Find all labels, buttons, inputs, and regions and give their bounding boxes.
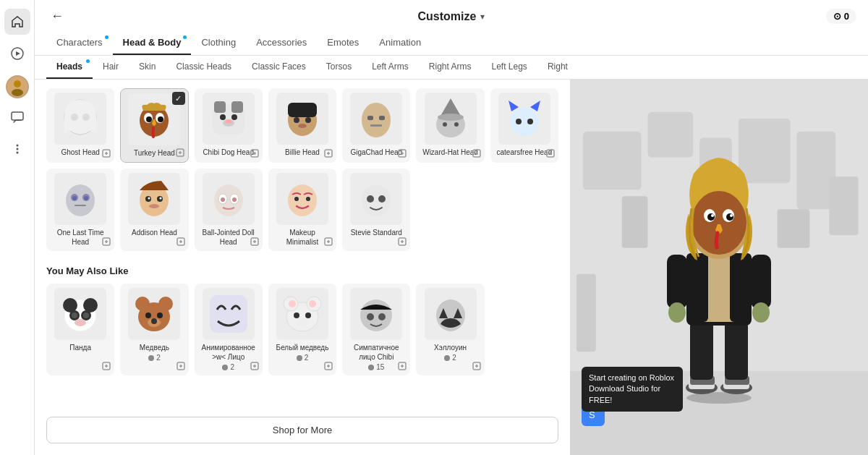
svg-rect-55 <box>75 205 86 206</box>
suggested-item-animated-face[interactable]: Анимированное >w< Лицо2 <box>195 284 263 375</box>
svg-point-102 <box>294 312 299 318</box>
nav-tab-animation[interactable]: Animation <box>369 31 431 55</box>
svg-rect-95 <box>210 295 247 333</box>
sub-tab-right[interactable]: Right <box>537 56 578 79</box>
nav-tab-clothing[interactable]: Clothing <box>191 31 246 55</box>
head-item-billie-head[interactable]: Billie Head <box>268 88 336 163</box>
price-value-chibi-face: 15 <box>376 363 384 371</box>
nav-tab-characters[interactable]: Characters <box>46 31 113 55</box>
suggested-item-medved[interactable]: Медведь2 <box>120 284 188 375</box>
svg-point-33 <box>362 103 391 137</box>
back-button[interactable]: ← <box>46 7 68 25</box>
head-img-chibi-dog-head <box>203 93 255 145</box>
svg-point-50 <box>66 184 95 216</box>
nav-tab-accessories[interactable]: Accessories <box>246 31 317 55</box>
head-item-stevie-standard[interactable]: Stevie Standard <box>342 169 410 251</box>
sub-tab-skin[interactable]: Skin <box>129 56 166 79</box>
svg-point-103 <box>305 312 311 318</box>
sidebar-item-home[interactable] <box>4 9 30 35</box>
suggested-expand-icon-panda <box>101 361 111 373</box>
sub-tab-torsos[interactable]: Torsos <box>316 56 362 79</box>
svg-point-41 <box>443 122 447 127</box>
head-label-wizard-hat-head: Wizard-Hat Head <box>422 148 478 157</box>
svg-point-150 <box>730 214 733 217</box>
head-label-turkey-head: Turkey Head <box>134 148 175 158</box>
price-value-white-bear: 2 <box>305 354 309 362</box>
suggested-price-halloween: 2 <box>444 354 456 362</box>
sub-tab-heads[interactable]: Heads <box>46 56 93 79</box>
suggested-expand-icon-medved <box>176 361 186 373</box>
sub-tab-classic-faces[interactable]: Classic Faces <box>242 56 316 79</box>
suggested-img-halloween <box>425 288 477 340</box>
suggested-img-white-bear <box>276 288 328 340</box>
sub-tab-left-legs[interactable]: Left Legs <box>482 56 537 79</box>
head-item-turkey-head[interactable]: ✓Turkey Head <box>120 88 188 163</box>
head-item-one-last-time-head[interactable]: One Last Time Head <box>46 169 114 251</box>
nav-tab-head-body[interactable]: Head & Body <box>113 31 192 55</box>
head-item-gigachad-head[interactable]: GigaChad Head <box>342 88 410 163</box>
nav-tabs: CharactersHead & BodyClothingAccessories… <box>46 31 856 55</box>
head-item-addison-head[interactable]: Addison Head <box>120 169 188 251</box>
sidebar-item-chat[interactable] <box>4 104 30 130</box>
head-label-catearsfree-head: catearsfree Head <box>496 148 552 157</box>
svg-rect-138 <box>667 255 687 309</box>
suggested-expand-icon-halloween <box>472 361 482 373</box>
svg-point-60 <box>148 197 150 200</box>
suggested-img-medved <box>128 288 180 340</box>
head-item-ghost-head[interactable]: Ghost Head <box>46 88 114 163</box>
svg-point-16 <box>146 116 152 122</box>
expand-icon-ball-jointed-doll-head <box>250 237 260 248</box>
suggested-grid: ПандаМедведь2Анимированное >w< Лицо2Белы… <box>46 284 558 375</box>
head-label-gigachad-head: GigaChad Head <box>350 148 402 157</box>
svg-point-75 <box>367 195 374 203</box>
price-dot-icon <box>368 365 374 370</box>
head-img-billie-head <box>276 93 328 145</box>
svg-point-44 <box>510 107 539 136</box>
expand-icon-chibi-dog-head <box>250 148 260 160</box>
head-img-stevie-standard <box>350 173 402 225</box>
head-label-billie-head: Billie Head <box>285 148 320 157</box>
nav-tab-emotes[interactable]: Emotes <box>317 31 369 55</box>
sidebar-item-more[interactable] <box>4 136 30 162</box>
head-item-chibi-dog-head[interactable]: Chibi Dog Head <box>195 88 263 163</box>
svg-point-62 <box>149 204 159 208</box>
suggested-item-chibi-face[interactable]: Симпатичное лицо Chibi15 <box>342 284 410 375</box>
items-grid-area: Ghost Head✓Turkey HeadChibi Dog HeadBill… <box>35 80 570 417</box>
nav-tab-dot-characters <box>105 35 109 39</box>
svg-rect-5 <box>12 112 23 120</box>
sidebar-item-avatar[interactable] <box>6 75 29 98</box>
sub-tab-right-arms[interactable]: Right Arms <box>419 56 482 79</box>
suggested-item-panda[interactable]: Панда <box>46 284 114 375</box>
sub-tab-left-arms[interactable]: Left Arms <box>362 56 419 79</box>
head-item-wizard-hat-head[interactable]: Wizard-Hat Head <box>416 88 484 163</box>
svg-point-47 <box>516 119 522 124</box>
head-item-catearsfree-head[interactable]: catearsfree Head <box>490 88 558 163</box>
head-item-makeup-minimalist[interactable]: Makeup Minimalist <box>268 169 336 251</box>
svg-marker-1 <box>16 51 20 56</box>
svg-point-144 <box>692 191 746 255</box>
svg-point-85 <box>75 319 86 326</box>
svg-rect-36 <box>370 124 382 127</box>
svg-point-11 <box>82 114 90 121</box>
svg-point-100 <box>289 300 296 307</box>
svg-point-90 <box>145 312 151 318</box>
sub-tab-hair[interactable]: Hair <box>93 56 129 79</box>
shop-more-button[interactable]: Shop for More <box>46 417 558 443</box>
svg-point-61 <box>160 197 162 200</box>
svg-point-88 <box>135 297 150 311</box>
svg-rect-124 <box>829 177 858 235</box>
expand-icon-turkey-head <box>175 148 185 159</box>
svg-point-31 <box>298 124 307 128</box>
svg-rect-35 <box>379 116 385 120</box>
svg-point-74 <box>362 184 391 216</box>
svg-point-25 <box>225 119 232 124</box>
suggested-item-white-bear[interactable]: Белый медведь2 <box>268 284 336 375</box>
suggested-item-halloween[interactable]: Хэллоуин2 <box>416 284 484 375</box>
svg-rect-136 <box>686 253 708 322</box>
sidebar-item-play[interactable] <box>4 41 30 67</box>
head-item-ball-jointed-doll-head[interactable]: Ball-Jointed Doll Head <box>195 169 263 251</box>
studio-tooltip: Start creating on Roblox Download Studio… <box>582 367 683 412</box>
currency-icon: ⊙ <box>833 11 841 22</box>
content-area: Ghost Head✓Turkey HeadChibi Dog HeadBill… <box>35 80 868 455</box>
sub-tab-classic-heads[interactable]: Classic Heads <box>166 56 242 79</box>
